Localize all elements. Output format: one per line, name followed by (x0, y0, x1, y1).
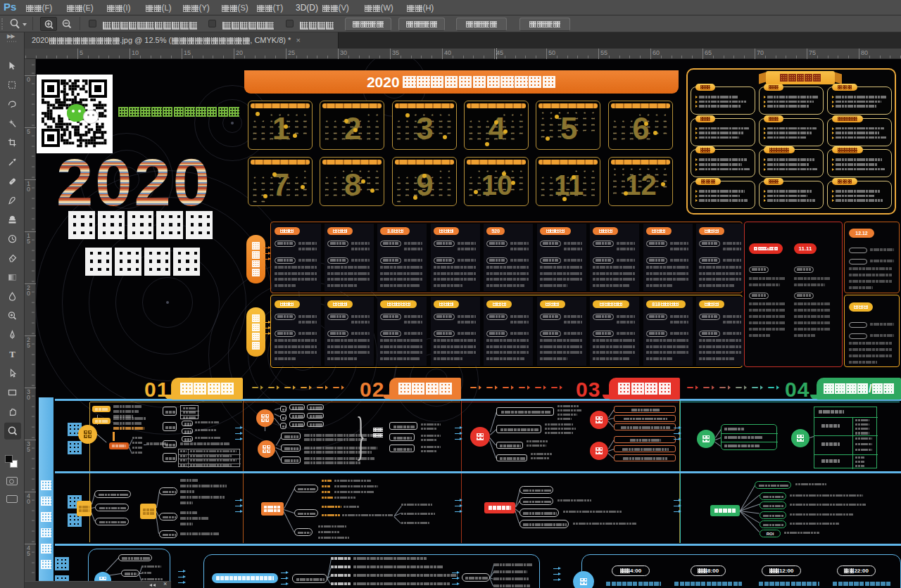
svg-text:T: T (9, 349, 15, 359)
